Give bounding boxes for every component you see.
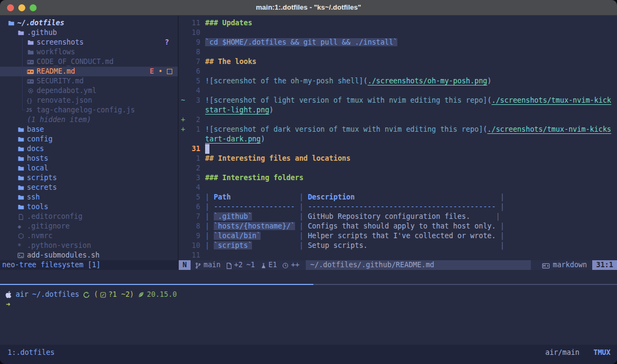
gutter-sign: [179, 173, 187, 183]
editor-line[interactable]: 7| `.github` | GitHub Repository configu…: [179, 212, 617, 222]
tree-item-ssh[interactable]: ssh: [0, 192, 178, 202]
tmux-window-label[interactable]: 1:.dotfiles: [8, 348, 54, 358]
line-number: 4: [187, 86, 200, 96]
editor-line[interactable]: 3### Interesting folders: [179, 173, 617, 183]
editor-line[interactable]: 11: [179, 251, 617, 260]
tree-item-config[interactable]: config: [0, 134, 178, 144]
tree-item-python-version[interactable]: *.python-version: [0, 241, 178, 251]
tree-item-nvmrc[interactable]: .nvmrc: [0, 231, 178, 241]
gutter-sign: [179, 38, 187, 47]
tree-item-tag-changelog-config-js[interactable]: JStag-changelog-config.js: [0, 105, 178, 115]
line-number: 7: [187, 57, 200, 67]
tree-item-docs[interactable]: docs: [0, 144, 178, 154]
tree-item-hosts[interactable]: hosts: [0, 154, 178, 163]
editor-line[interactable]: 5| Path | Description |: [179, 192, 617, 202]
tree-guide-line: [22, 76, 23, 86]
editor-line[interactable]: 4: [179, 183, 617, 192]
tree-item-label: SECURITY.md: [37, 76, 83, 86]
editor-panel[interactable]: 11### Updates 10 9`cd $HOME/.dotfiles &&…: [179, 16, 617, 260]
minimize-button[interactable]: [18, 4, 25, 11]
gutter-sign: [179, 28, 187, 38]
editor-line[interactable]: 7## The looks: [179, 57, 617, 67]
gutter-sign: [179, 241, 187, 251]
gear-file-icon: [27, 88, 34, 94]
editor-line[interactable]: 5![screenshot of the oh-my-posh shell](.…: [179, 76, 617, 86]
tree-item-label: .editorconfig: [27, 212, 82, 222]
line-number: 3: [187, 173, 200, 183]
editor-line[interactable]: 8| `hosts/{hostname}/` | Configs that sh…: [179, 222, 617, 231]
tree-item-renovate-json[interactable]: {}renovate.json: [0, 96, 178, 105]
untracked-question-icon: ?: [165, 38, 172, 47]
tree-item-screenshots[interactable]: screenshots?: [0, 38, 178, 47]
hex-file-icon: [17, 233, 24, 239]
md-file-icon: [27, 59, 34, 66]
line-number: 3: [187, 96, 200, 105]
md-file-icon: [27, 68, 34, 75]
editor-line[interactable]: 1## Interesting files and locations: [179, 154, 617, 163]
tree-item-label: config: [27, 134, 53, 144]
editor-line[interactable]: +2: [179, 115, 617, 125]
line-number: 9: [187, 231, 200, 241]
diamond-file-icon: ◆: [17, 224, 24, 230]
editor-line[interactable]: ~3![screenshot of light version of tmux …: [179, 96, 617, 105]
shell-pane[interactable]: air ~/.dotfiles ( ?1 ~2) 20.15.0: [0, 285, 617, 345]
editor-line[interactable]: 4: [179, 86, 617, 96]
editor-line[interactable]: 2: [179, 163, 617, 173]
folder-icon: [17, 146, 24, 152]
tree-guide-line: [22, 86, 23, 96]
tree-item-add-submodules-sh[interactable]: add-submodules.sh: [0, 251, 178, 260]
tree-item-tools[interactable]: tools: [0, 202, 178, 212]
window-title: main:1:.dotfiles - "ks~/.dotfiles": [256, 3, 361, 12]
gutter-sign: +: [179, 115, 187, 125]
editor-line[interactable]: 9| `local/bin` | Helper scripts that I'v…: [179, 231, 617, 241]
mode-indicator: N: [179, 260, 191, 270]
tree-item-status-markers: ?: [165, 38, 178, 47]
file-diff-icon: [226, 262, 232, 269]
tree-item-editorconfig[interactable]: .editorconfig: [0, 212, 178, 222]
folder-icon: [17, 136, 24, 142]
command-line: [0, 270, 617, 284]
neotree-statusline: neo-tree filesystem [1]: [0, 260, 179, 270]
line-content: ### Updates: [205, 18, 252, 28]
prompt-host: air: [16, 290, 29, 299]
tree-item-scripts[interactable]: scripts: [0, 173, 178, 183]
zoom-button[interactable]: [30, 4, 37, 11]
tree-item-base[interactable]: base: [0, 125, 178, 134]
editor-line[interactable]: 9`cd $HOME/.dotfiles && git pull && ./in…: [179, 38, 617, 47]
close-button[interactable]: [7, 4, 14, 11]
tree-item-gitignore[interactable]: ◆.gitignore: [0, 222, 178, 231]
tree-item-label: local: [27, 163, 48, 173]
folder-icon: [17, 126, 24, 133]
line-number: 31: [187, 144, 200, 154]
editor-line[interactable]: 10| `scripts` | Setup scripts. |: [179, 241, 617, 251]
editor-line[interactable]: 6: [179, 67, 617, 76]
leaf-icon: [138, 291, 144, 298]
tree-item-readme-md[interactable]: README.mdE•: [0, 67, 178, 76]
nvim-pane: ~/.dotfiles.githubscreenshots?workflowsC…: [0, 16, 617, 284]
tree-item-dependabot-yml[interactable]: dependabot.yml: [0, 86, 178, 96]
tree-item-secrets[interactable]: secrets: [0, 183, 178, 192]
line-content: ![screenshot of light version of tmux wi…: [205, 96, 611, 105]
tree-item-workflows[interactable]: workflows: [0, 47, 178, 57]
tree-item-dotfiles[interactable]: ~/.dotfiles: [0, 18, 178, 28]
tree-item-label: .github: [27, 28, 57, 38]
gutter-sign: [179, 86, 187, 96]
editor-line[interactable]: +1![screenshot of dark version of tmux w…: [179, 125, 617, 134]
tree-item-local[interactable]: local: [0, 163, 178, 173]
editor-line[interactable]: 11### Updates: [179, 18, 617, 28]
editor-line[interactable]: start-light.png): [179, 105, 617, 115]
editor-line[interactable]: 8: [179, 47, 617, 57]
tree-item-1-hidden-item[interactable]: (1 hidden item): [0, 115, 178, 125]
braces-file-icon: {}: [27, 98, 34, 104]
gutter-sign: [179, 76, 187, 86]
tree-item-code-of-conduct-md[interactable]: CODE_OF_CONDUCT.md: [0, 57, 178, 67]
editor-line[interactable]: 31: [179, 144, 617, 154]
editor-line[interactable]: 6| ------------------- | ---------------…: [179, 202, 617, 212]
editor-line[interactable]: 10: [179, 28, 617, 38]
tree-item-github[interactable]: .github: [0, 28, 178, 38]
prompt-input-line[interactable]: [5, 299, 617, 309]
editor-line[interactable]: tart-dark.png): [179, 134, 617, 144]
tree-item-security-md[interactable]: SECURITY.md: [0, 76, 178, 86]
extra-flags: ++: [291, 260, 299, 270]
line-content: tart-dark.png): [205, 134, 265, 144]
